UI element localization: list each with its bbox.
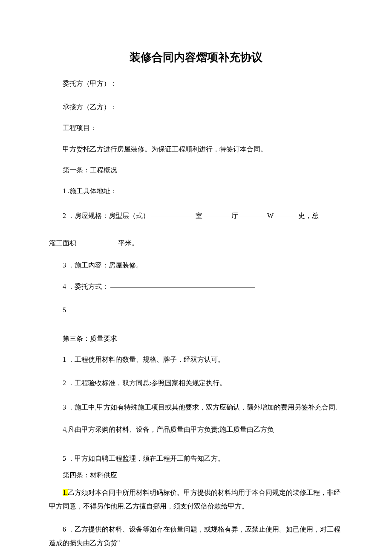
highlight-marker: 1. <box>63 489 68 496</box>
article-1-heading: 第一条：工程概况 <box>49 164 343 176</box>
intro-line: 甲方委托乙方进行房屋装修。为保证工程顺利进行，特签订本合同。 <box>49 143 343 155</box>
a1-2-prefix: 2 ．房屋规格：房型层（式） <box>63 212 150 219</box>
article-4-heading: 第四条：材料供应 <box>49 469 343 481</box>
party-b-line: 承接方（乙方）： <box>49 101 343 113</box>
a1-2-w: W <box>267 212 274 219</box>
project-line: 工程项目： <box>49 122 343 134</box>
article-3-item-4: 4,凡由甲方采购的材料、设备，产品质量由甲方负责;施工质量由乙方负 <box>49 424 343 435</box>
blank-shi <box>275 216 297 217</box>
blank-ting <box>204 216 230 217</box>
blank-w <box>240 216 265 217</box>
party-a-line: 委托方（甲方）： <box>49 78 343 89</box>
article-1-item-2: 2 ．房屋规格：房型层（式） 室 厅 W 史，总 灌工面枳 平米。 <box>49 209 343 250</box>
a1-2-end: 平米。 <box>118 239 138 247</box>
article-3-item-1: 1 ．工程使用材料的数量、规格、牌子，经双方认可。 <box>49 354 343 365</box>
blank-room <box>151 216 194 217</box>
article-4-item-6: 6 ．乙方提供的材料、设备等如存在侦量问题，或规格有异，应禁止使用。如已使用，对… <box>49 523 343 550</box>
document-title: 装修合同内容熠项补充协议 <box>49 49 343 66</box>
a1-4-label: 4 ．委托方式： <box>63 283 109 290</box>
a1-2-room: 室 <box>196 212 202 219</box>
a4-6-text: 6 ．乙方提供的材料、设备等如存在侦量问题，或规格有异，应禁止使用。如已使用，对… <box>49 526 340 546</box>
a4-1-body: 乙方须对本合同中所用材料明码标价。甲方提供的材料均用于本合同规定的装修工程，非经… <box>49 489 340 510</box>
a1-2-cont: 灌工面枳 <box>49 239 76 247</box>
a3-3-text: 3 ．施工中,甲方如有特殊施工项目或其他要求，双方应确认，额外增加的费用另签补充… <box>63 404 337 411</box>
article-3-item-2: 2 ．工程验收标准，双方同总:参照国家相关规定执行。 <box>49 377 343 389</box>
article-1-item-5: 5 <box>49 304 343 316</box>
article-3-heading: 第三条：质量要求 <box>49 333 343 344</box>
article-1-item-4: 4 ．委托方式： <box>49 281 343 292</box>
a1-2-shi: 史，总 <box>298 212 319 219</box>
article-3-item-3: 3 ．施工中,甲方如有特殊施工项目或其他要求，双方应确认，额外增加的费用另签补充… <box>49 401 343 414</box>
article-1-item-3: 3 ．施工内容：房屋装修。 <box>49 259 343 271</box>
a1-2-ting: 厅 <box>231 212 238 219</box>
blank-delegate <box>110 287 255 288</box>
article-4-item-1: 1.乙方须对本合同中所用材料明码标价。甲方提供的材料均用于本合同规定的装修工程，… <box>49 486 343 513</box>
article-1-item-1: 1 .施工具体地址： <box>49 185 343 197</box>
article-3-item-5: 5 ．甲方如自聘工程监理，须在工程开工前告知乙方。 <box>49 453 343 464</box>
